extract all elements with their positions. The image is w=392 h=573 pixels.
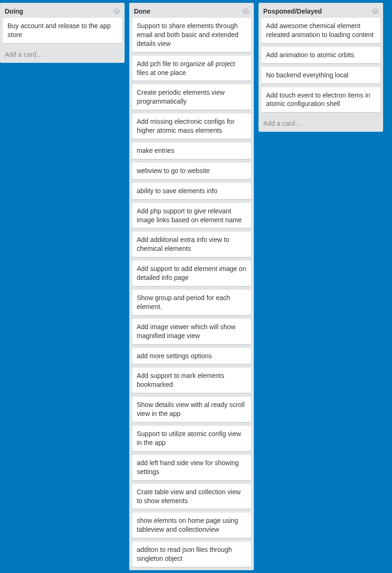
card[interactable]: make entries bbox=[132, 143, 251, 159]
card[interactable]: ability to save elements info bbox=[132, 183, 251, 199]
list-menu-icon[interactable] bbox=[243, 8, 249, 15]
card[interactable]: Add missing electronic configs for highe… bbox=[132, 113, 251, 139]
card[interactable]: add left hand side view for showing sett… bbox=[132, 455, 251, 480]
card[interactable]: Show group and period for each element. bbox=[132, 290, 251, 315]
card[interactable]: Add touch event to electron items in ato… bbox=[261, 87, 380, 113]
list-menu-icon[interactable] bbox=[372, 8, 378, 15]
card[interactable]: Support to utilize atomic config view in… bbox=[132, 426, 251, 451]
list-cards: Support to share elements through email … bbox=[129, 18, 254, 570]
list-title[interactable]: Done bbox=[134, 8, 150, 15]
card[interactable]: show elemnts on home page using tablevie… bbox=[132, 513, 251, 538]
add-card-link[interactable]: Add a card… bbox=[259, 116, 383, 132]
list-header: Doing bbox=[0, 3, 125, 18]
list-menu-icon[interactable] bbox=[113, 8, 120, 15]
card[interactable]: Crate table view and collection view to … bbox=[132, 484, 251, 509]
card[interactable]: Add image viewer which will show magnifi… bbox=[132, 319, 251, 344]
list-header: Done bbox=[129, 3, 254, 18]
add-card-link[interactable]: Add a card… bbox=[0, 47, 125, 63]
list-header: Posponed/Delayed bbox=[259, 3, 383, 18]
card[interactable]: Support to share elements through email … bbox=[132, 18, 251, 52]
card[interactable]: Show details view with al ready scroll v… bbox=[132, 397, 251, 422]
list-cards: Add awesome chemical element releated an… bbox=[259, 18, 383, 116]
card[interactable]: Add addiitonal extra info view to chemic… bbox=[132, 232, 251, 257]
svg-point-1 bbox=[244, 9, 249, 14]
list-doing: Doing Buy account and release to the app… bbox=[0, 3, 125, 63]
card[interactable]: Add support to add element image on deta… bbox=[132, 261, 251, 286]
card[interactable]: additon to read json files through singl… bbox=[132, 542, 251, 567]
card[interactable]: Add support to mark elements bookmarked bbox=[132, 368, 251, 393]
card[interactable]: Add pch file to organize all project fil… bbox=[132, 56, 251, 81]
card[interactable]: Buy account and release to the app store bbox=[3, 18, 122, 43]
list-title[interactable]: Doing bbox=[5, 8, 23, 15]
card[interactable]: add more settings options bbox=[132, 348, 251, 364]
list-done: Done Support to share elements through e… bbox=[129, 3, 254, 570]
list-postponed: Posponed/Delayed Add awesome chemical el… bbox=[259, 3, 383, 132]
card[interactable]: Create periodic elements view programmat… bbox=[132, 84, 251, 110]
list-cards: Buy account and release to the app store bbox=[0, 18, 125, 47]
svg-point-0 bbox=[114, 9, 119, 14]
card[interactable]: Add animation to atomic orbits bbox=[261, 47, 380, 63]
list-title[interactable]: Posponed/Delayed bbox=[263, 8, 322, 15]
svg-point-2 bbox=[373, 9, 378, 14]
card[interactable]: Add awesome chemical element releated an… bbox=[261, 18, 380, 43]
card[interactable]: No backend everything local bbox=[261, 67, 380, 83]
card[interactable]: Add php support to give relevant image l… bbox=[132, 203, 251, 228]
card[interactable]: webview to go to website bbox=[132, 163, 251, 179]
